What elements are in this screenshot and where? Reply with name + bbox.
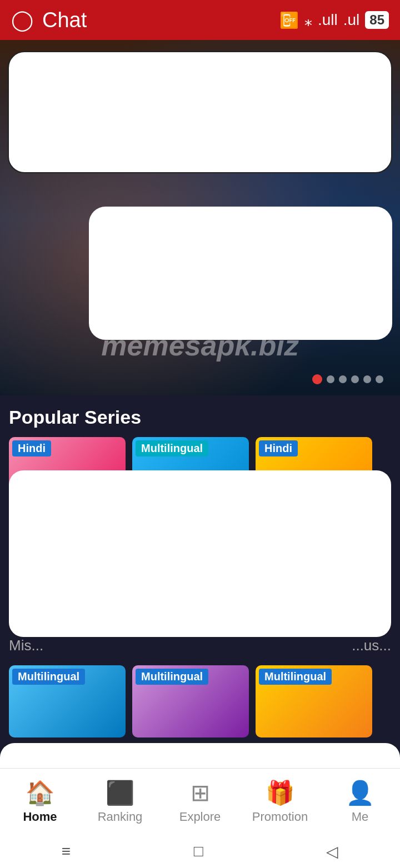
app-title: Chat <box>42 8 87 32</box>
carousel-dots <box>312 374 383 384</box>
series-badge-5: Multilingual <box>136 669 208 685</box>
home-icon: 🏠 <box>26 779 54 806</box>
home-button[interactable]: □ <box>194 842 203 860</box>
series-card-4[interactable]: Multilingual <box>9 665 126 737</box>
signal-icon-2: .ul <box>343 11 360 29</box>
nav-item-explore[interactable]: ⊞ Explore <box>160 779 240 824</box>
back-button[interactable]: ◁ <box>326 842 338 861</box>
dot-1 <box>312 374 322 384</box>
series-badge-1: Hindi <box>12 440 51 456</box>
series-badge-4: Multilingual <box>12 669 85 685</box>
mis-label-left: Mis... <box>9 637 43 654</box>
vibrate-icon: 📴 <box>279 11 299 29</box>
popup-card-3 <box>9 470 391 637</box>
signal-icon-1: .ull <box>318 11 338 29</box>
mis-row: Mis... ...us... <box>0 637 400 660</box>
popup-card-2 <box>89 207 392 340</box>
nav-label-explore: Explore <box>179 810 221 824</box>
status-bar-left: ◯ Chat <box>11 8 87 32</box>
series-card-6[interactable]: Multilingual <box>256 665 372 737</box>
hero-banner[interactable]: memesapk.biz <box>0 40 400 395</box>
series-card-5[interactable]: Multilingual <box>132 665 249 737</box>
nav-item-ranking[interactable]: ⬛ Ranking <box>80 779 160 824</box>
system-nav: ≡ □ ◁ <box>0 835 400 868</box>
nav-label-me: Me <box>352 810 369 824</box>
series-row-2: Multilingual Multilingual Multilingual <box>0 660 400 737</box>
status-bar-right: 📴 ⁎ .ull .ul 85 <box>279 11 389 29</box>
nav-item-promotion[interactable]: 🎁 Promotion <box>240 779 320 824</box>
ranking-icon: ⬛ <box>106 779 134 806</box>
nav-label-promotion: Promotion <box>252 810 308 824</box>
explore-icon: ⊞ <box>191 779 210 806</box>
nav-label-ranking: Ranking <box>98 810 143 824</box>
dot-4 <box>351 375 359 383</box>
menu-button[interactable]: ≡ <box>62 842 71 860</box>
promotion-icon: 🎁 <box>266 779 294 806</box>
dot-3 <box>339 375 347 383</box>
series-badge-3: Hindi <box>259 440 298 456</box>
nav-item-home[interactable]: 🏠 Home <box>0 779 80 824</box>
status-bar: ◯ Chat 📴 ⁎ .ull .ul 85 <box>0 0 400 40</box>
popular-series-section: Popular Series Hindi Multilingual Hindi <box>0 395 400 637</box>
nav-item-me[interactable]: 👤 Me <box>320 779 400 824</box>
series-badge-2: Multilingual <box>136 440 208 456</box>
section-title: Popular Series <box>9 407 391 428</box>
wifi-icon: ⁎ <box>304 11 312 29</box>
dot-2 <box>327 375 334 383</box>
mis-label-right: ...us... <box>352 637 391 654</box>
nav-label-home: Home <box>23 810 57 824</box>
me-icon: 👤 <box>346 779 374 806</box>
dot-5 <box>363 375 371 383</box>
chat-message-icon: ◯ <box>11 8 33 32</box>
popup-card-1 <box>8 51 392 173</box>
dot-6 <box>376 375 383 383</box>
bottom-nav: 🏠 Home ⬛ Ranking ⊞ Explore 🎁 Promotion 👤… <box>0 768 400 835</box>
battery-indicator: 85 <box>365 11 389 29</box>
series-badge-6: Multilingual <box>259 669 332 685</box>
